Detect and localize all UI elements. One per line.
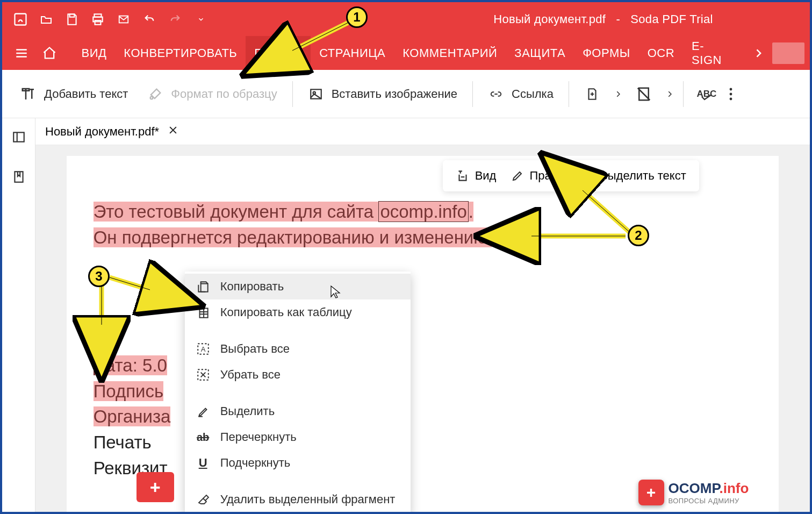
ribbon-search-box[interactable] (772, 42, 804, 64)
tabs-more-icon[interactable] (745, 46, 773, 60)
redo-icon (164, 9, 186, 30)
text-line2: Он подвергнется редактированию и изменен… (94, 227, 492, 247)
selected-paragraph[interactable]: Это тестовый документ для сайта ocomp.in… (94, 199, 752, 251)
ctx-underline[interactable]: U Подчеркнуть (185, 450, 411, 476)
toolbar-overflow[interactable] (724, 87, 737, 102)
tab-esign[interactable]: E-SIGN (683, 36, 742, 70)
app-logo-button[interactable] (10, 9, 31, 30)
tab-forms[interactable]: ФОРМЫ (574, 36, 639, 70)
spellcheck-button[interactable]: ABC (689, 86, 724, 102)
text-date: Дата: 5.0 (94, 355, 167, 375)
tab-close-icon[interactable] (168, 125, 178, 139)
format-painter-button: Формат по образцу (138, 86, 286, 102)
tab-comment[interactable]: КОММЕНТАРИЙ (394, 36, 506, 70)
ctx-underline-label: Подчеркнуть (220, 456, 291, 470)
home-icon[interactable] (35, 39, 63, 67)
mini-toolbar: Вид Правка AI Выделить текст (443, 160, 699, 191)
print-icon[interactable] (87, 9, 109, 30)
format-painter-icon (147, 86, 163, 102)
ctx-highlight[interactable]: Выделить (185, 398, 411, 424)
svg-text:A: A (200, 345, 205, 353)
mini-view-button[interactable]: Вид (456, 168, 497, 183)
copy-icon (196, 279, 211, 294)
tab-ocr[interactable]: OCR (639, 36, 683, 70)
title-more-dropdown[interactable] (190, 9, 212, 30)
document-tabs: Новый документ.pdf* (35, 118, 810, 145)
add-text-label: Добавить текст (44, 87, 128, 101)
mail-icon[interactable] (113, 9, 134, 30)
ctx-select-all[interactable]: A Выбрать все (185, 336, 411, 362)
edit-toolbar: Добавить текст Формат по образцу Вставит… (2, 70, 810, 118)
watermark: + OCOMP.info ВОПРОСЫ АДМИНУ (638, 480, 749, 505)
tab-convert[interactable]: КОНВЕРТИРОВАТЬ (115, 36, 246, 70)
watermark-tld: .info (719, 480, 749, 496)
cursor-icon (330, 285, 341, 301)
crop-more[interactable] (662, 88, 678, 100)
text-sign: Подпись (94, 381, 164, 401)
tab-page[interactable]: СТРАНИЦА (311, 36, 394, 70)
document-area: Новый документ.pdf* Вид Правка (2, 118, 810, 512)
hamburger-icon[interactable] (8, 39, 35, 67)
ctx-deselect-all[interactable]: Убрать все (185, 362, 411, 388)
add-page-more[interactable] (610, 88, 626, 100)
separator (683, 81, 684, 107)
svg-point-11 (730, 88, 732, 90)
undo-icon[interactable] (139, 9, 160, 30)
eraser-icon (196, 492, 211, 507)
panels-icon[interactable] (10, 128, 28, 146)
link-icon (488, 86, 504, 102)
deselect-all-icon (196, 367, 211, 382)
page-surface[interactable]: Вид Правка AI Выделить текст Это тестовы… (35, 145, 810, 512)
ctx-strike[interactable]: ab Перечеркнуть (185, 424, 411, 450)
text-org: Организа (94, 406, 171, 426)
bookmarks-icon[interactable] (10, 168, 28, 186)
add-page-button[interactable] (574, 86, 610, 102)
mini-select-text-button[interactable]: AI Выделить текст (585, 169, 686, 183)
ctx-copy-table[interactable]: Копировать как таблицу (185, 299, 411, 325)
ctx-delete-label: Удалить выделенный фрагмент (220, 492, 396, 506)
separator (472, 81, 473, 107)
ctx-copy[interactable]: Копировать (185, 274, 411, 299)
text-line1a: Это тестовый документ для сайта (94, 202, 379, 222)
ctx-strike-label: Перечеркнуть (220, 430, 297, 444)
ctx-delete-fragment[interactable]: Удалить выделенный фрагмент (185, 487, 411, 512)
document-tab[interactable]: Новый документ.pdf* (35, 118, 188, 145)
tab-protect[interactable]: ЗАЩИТА (506, 36, 574, 70)
svg-rect-15 (15, 172, 23, 182)
text-line1b: . (469, 202, 473, 222)
select-all-icon: A (196, 341, 211, 356)
context-menu: Копировать Копировать как таблицу A Выбр (185, 272, 411, 514)
separator (292, 81, 293, 107)
svg-rect-16 (200, 284, 207, 292)
ctx-deselect-all-label: Убрать все (220, 368, 281, 382)
insert-image-button[interactable]: Вставить изображение (298, 86, 467, 102)
mini-view-label: Вид (475, 169, 497, 183)
tab-view[interactable]: ВИД (73, 36, 115, 70)
watermark-badge-icon: + (638, 480, 664, 505)
ribbon-nav: ВИД КОНВЕРТИРОВАТЬ ПРАВКА СТРАНИЦА КОММЕ… (2, 36, 810, 70)
add-text-button[interactable]: Добавить текст (11, 86, 138, 102)
ctx-highlight-label: Выделить (220, 404, 275, 418)
open-icon[interactable] (35, 9, 57, 30)
svg-rect-1 (70, 14, 75, 17)
side-rail (2, 118, 35, 512)
link-label: Ссылка (512, 87, 554, 101)
crop-icon (636, 86, 652, 102)
pdf-page[interactable]: Вид Правка AI Выделить текст Это тестовы… (67, 156, 779, 512)
mini-edit-button[interactable]: Правка (511, 169, 569, 183)
svg-point-7 (150, 96, 153, 99)
image-icon (308, 86, 324, 102)
add-page-icon (584, 86, 600, 102)
svg-rect-14 (13, 132, 24, 141)
ctx-select-all-label: Выбрать все (220, 342, 290, 356)
link-button[interactable]: Ссылка (478, 86, 563, 102)
crop-button[interactable] (626, 86, 662, 102)
underline-icon: U (196, 455, 211, 470)
save-icon[interactable] (61, 9, 83, 30)
tab-edit[interactable]: ПРАВКА (246, 36, 311, 70)
watermark-sub: ВОПРОСЫ АДМИНУ (669, 497, 749, 505)
copy-table-icon (196, 305, 211, 320)
workspace: Новый документ.pdf* Вид Правка (35, 118, 810, 512)
svg-point-12 (730, 92, 732, 95)
app-badge-icon: + (136, 472, 174, 502)
